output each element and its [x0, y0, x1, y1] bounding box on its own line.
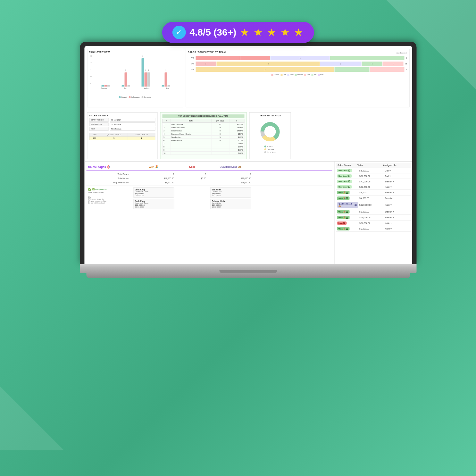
feb-total: 4 — [406, 69, 407, 71]
assigned-dropdown-5[interactable]: ▾ — [393, 191, 394, 194]
result-sku: 777 — [89, 137, 100, 140]
item-pct-2: 16.56% — [229, 126, 244, 129]
status-badge-7[interactable]: Qualified Lead 🙈 ▾ — [337, 202, 358, 208]
items-col-pct: % — [229, 119, 244, 123]
bar-high-label: 1 — [124, 69, 127, 71]
x-label-medium: Medium — [144, 87, 149, 89]
sales-team-panel: SALES 'COMPLETED' BY TEAM (last 3 months… — [186, 49, 409, 107]
legend-sam: Sam — [318, 74, 323, 76]
legend-instock: In Stock — [264, 146, 276, 147]
items-col-item: ITEM — [170, 119, 211, 123]
status-badge-1[interactable]: New Lead ▾ — [337, 169, 352, 172]
status-badge-11[interactable]: Won 🎉 ▾ — [337, 227, 350, 230]
bar-chart: 1 2 1 — [89, 54, 181, 87]
status-cell-5: Won 🎉 ▾ — [337, 191, 358, 194]
mar-bar-5: 1 — [383, 62, 403, 66]
qualified-avg: $11,000.00 — [210, 181, 251, 184]
assigned-dropdown-6[interactable]: ▾ — [392, 197, 394, 200]
laptop-foot — [86, 273, 410, 278]
totals-labels: Total Deals: Total Value: Avg. Deal Valu… — [86, 171, 131, 186]
assigned-dropdown-3[interactable]: ▾ — [393, 180, 394, 183]
status-badge-6[interactable]: Won 🎉 ▾ — [337, 196, 350, 200]
won-deal-1-date: 07-02-2025 — [135, 195, 172, 196]
legend-sq-francis — [271, 74, 273, 76]
status-cell-1: New Lead ▾ — [337, 169, 358, 172]
item-num-10: 10 — [163, 152, 170, 155]
assigned-dropdown-1[interactable]: ▾ — [389, 169, 391, 172]
item-name-7 — [170, 142, 211, 145]
lost-value: $0.00 — [178, 177, 206, 180]
results-table: SKU QUANTITY SOLD TOTAL ORDERS 777 5 1 — [89, 133, 155, 140]
value-cell-1: $ 8,000.00 — [358, 170, 384, 172]
assigned-dropdown-9[interactable]: ▾ — [393, 216, 394, 219]
status-row-10: Lost ▾ $ 10,000.00 Katie ▾ — [336, 221, 411, 226]
mar-bar-4: 1 — [362, 62, 382, 66]
status-cell-10: Lost ▾ — [337, 221, 358, 225]
assigned-dropdown-4[interactable]: ▾ — [390, 186, 392, 188]
laptop: TASK OVERVIEW 2.0 1.5 1.0 0.5 0.0 — [80, 42, 416, 278]
value-cell-11: $ 2,000.00 — [358, 228, 384, 230]
start-period-value: 01 Mar 2024 — [110, 118, 155, 122]
item-value: New Product — [110, 127, 155, 131]
completed-badge: ✅ ✅ Completed: 4 — [88, 188, 129, 191]
status-badge-5[interactable]: Won 🎉 ▾ — [337, 191, 350, 194]
legend-sq-sam — [318, 74, 320, 76]
status-badge-4[interactable]: New Lead ▾ — [337, 185, 352, 188]
item-qty-2: 9 — [211, 126, 229, 129]
mar-total: 11 — [405, 63, 407, 65]
item-pct-4: 10.9% — [229, 132, 244, 136]
x-label-high: High — [124, 87, 127, 89]
items-row-7: 7 0.00% — [163, 142, 244, 145]
search-row-end: END PERIOD 31 Mar 2024 — [89, 122, 155, 126]
status-row-9: Won 🎉 ▾ $ 10,000.00 Stewart ▾ — [336, 215, 411, 221]
value-cell-6: $ 4,000.00 — [358, 197, 384, 199]
item-num-8: 8 — [163, 145, 170, 148]
assigned-dropdown-7[interactable]: ▾ — [390, 204, 392, 206]
stages-title: Sales Stages 🎯 — [86, 163, 131, 171]
status-row-7: Qualified Lead 🙈 ▾ $ 120,000.00 Katie ▾ — [336, 201, 411, 209]
assigned-dropdown-2[interactable]: ▾ — [389, 175, 391, 178]
left-info-col: ✅ ✅ Completed: 4 Total Transactions Tip:… — [86, 186, 131, 212]
qualified-deal-2-name: Edward Linka — [212, 200, 249, 202]
assigned-dropdown-8[interactable]: ▾ — [393, 210, 394, 213]
status-badge-10[interactable]: Lost ▾ — [337, 221, 347, 225]
item-name-1: Computer BBA — [170, 123, 211, 126]
value-cell-4: $ 12,000.00 — [358, 186, 384, 188]
status-badge-8[interactable]: Won 🎉 ▾ — [337, 210, 350, 213]
team-label-mar: MAR — [188, 63, 194, 65]
items-by-status-panel: ITEMS BY STATUS In Stock — [249, 112, 291, 159]
dropdown-arrow-8: ▾ — [346, 211, 348, 213]
status-cell-4: New Lead ▾ — [337, 185, 358, 188]
middle-section: SALES SEARCH START PERIOD 01 Mar 2024 EN… — [84, 110, 412, 162]
label-total-value: Total Value: — [88, 177, 129, 180]
status-badge-9[interactable]: Won 🎉 ▾ — [337, 216, 350, 219]
status-badge-2[interactable]: New Lead ▾ — [337, 174, 352, 178]
sales-stages-panel: Sales Stages 🎯 Won 🎉 Lost Qualified Lead… — [84, 162, 334, 264]
won-deal-2: Jack King Comms & Pods $12,000.00 29-01-… — [133, 199, 174, 209]
bar-group-medium: 2 1 1 — [142, 58, 150, 87]
bg-decoration-bottom — [0, 386, 64, 450]
result-orders: 1 — [128, 137, 155, 140]
legend-sq-stewart — [295, 74, 297, 76]
assigned-dropdown-11[interactable]: ▾ — [390, 227, 392, 230]
lost-avg — [178, 181, 206, 182]
top-items-title: TOP 10 BESTSELLING ITEMS/SERVICES OF ALL… — [162, 114, 244, 118]
assigned-dropdown-10[interactable]: ▾ — [390, 222, 392, 225]
item-num-6: 6 — [163, 139, 170, 142]
spreadsheet: TASK OVERVIEW 2.0 1.5 1.0 0.5 0.0 — [84, 46, 412, 264]
status-badge-3[interactable]: New Lead ▾ — [337, 180, 352, 183]
status-row-11: Won 🎉 ▾ $ 2,000.00 Katie ▾ — [336, 226, 411, 232]
items-row-4: 4 Computer Screen Service 6 10.9% — [163, 132, 244, 136]
apr-bar-1 — [196, 56, 240, 60]
legend-created: Created — [119, 96, 127, 98]
item-qty-4: 6 — [211, 132, 229, 136]
legend-liam: Liam — [304, 74, 310, 76]
items-row-1: 1 Computer BBA 23 41.32% — [163, 123, 244, 126]
results-header-row: SKU QUANTITY SOLD TOTAL ORDERS — [89, 133, 155, 137]
status-cell-7: Qualified Lead 🙈 ▾ — [337, 202, 358, 208]
apr-bar-3: 1 — [271, 56, 330, 60]
assigned-cell-4: Katie ▾ — [384, 186, 409, 188]
lost-deals-col — [176, 186, 208, 212]
item-name-5: New Product — [170, 136, 211, 139]
start-period-label: START PERIOD — [89, 118, 108, 122]
